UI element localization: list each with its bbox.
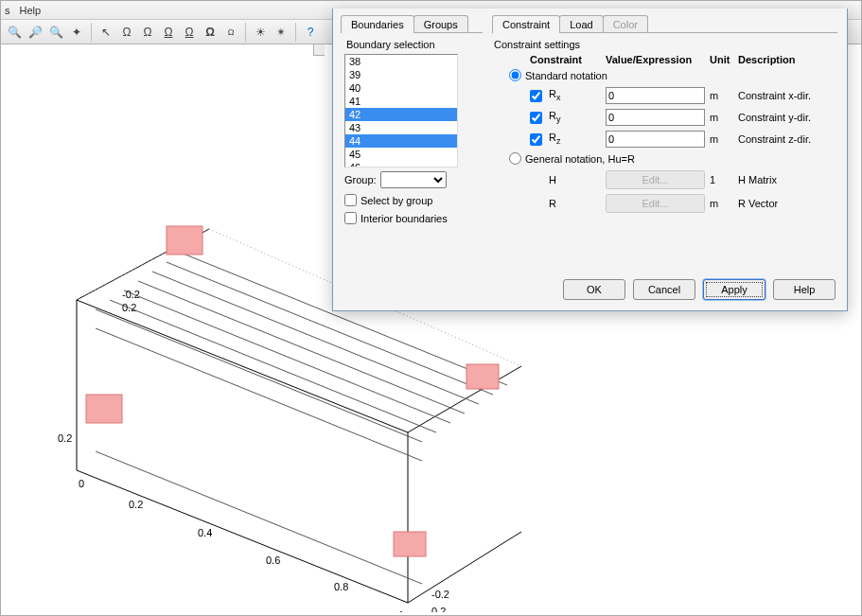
svg-text:0: 0 — [79, 478, 84, 489]
left-tabs: Boundaries Groups — [341, 12, 483, 33]
omega-2-icon[interactable]: Ω — [159, 23, 178, 42]
ry-row: Ry m Constraint y-dir. — [494, 109, 836, 126]
svg-text:0.2: 0.2 — [431, 606, 446, 612]
group-select[interactable] — [380, 171, 447, 188]
toolbar-separator — [245, 23, 246, 42]
h-label: H — [549, 174, 606, 185]
zoom-out-icon[interactable]: 🔎 — [26, 23, 44, 42]
tab-color: Color — [603, 15, 648, 33]
list-item[interactable]: 43 — [345, 121, 457, 134]
svg-text:1: 1 — [398, 609, 404, 612]
list-item[interactable]: 41 — [345, 95, 457, 108]
boundary-listbox[interactable]: 38 39 40 41 42 43 44 45 46 — [344, 54, 458, 167]
svg-text:-0.2: -0.2 — [122, 289, 140, 300]
r-unit: m — [710, 198, 738, 209]
omega-1b-icon[interactable]: Ω — [138, 23, 157, 42]
ry-unit: m — [710, 112, 738, 123]
svg-line-14 — [96, 328, 422, 461]
tab-groups[interactable]: Groups — [413, 15, 468, 33]
zoom-axes-icon[interactable]: ✦ — [67, 23, 86, 42]
svg-text:0.2: 0.2 — [129, 499, 143, 510]
app-window: s Help 🔍 🔎 🔍 ✦ ↖ Ω Ω Ω Ω Ω Ω ☀ ✴ ? — [0, 0, 862, 616]
rx-checkbox[interactable] — [530, 90, 542, 102]
selection-patch — [86, 395, 122, 423]
rx-row: Rx m Constraint x-dir. — [494, 87, 836, 104]
canvas-splitter[interactable] — [313, 44, 325, 56]
svg-text:-0.2: -0.2 — [431, 589, 449, 600]
r-edit-button: Edit... — [606, 194, 705, 213]
svg-text:0.2: 0.2 — [122, 302, 136, 313]
list-item[interactable]: 46 — [345, 161, 457, 167]
select-by-group-checkbox[interactable]: Select by group — [344, 194, 479, 206]
ry-input[interactable] — [606, 109, 705, 126]
ry-label: Ry — [549, 110, 606, 124]
compass-icon[interactable]: ✴ — [272, 23, 290, 42]
h-desc: H Matrix — [738, 174, 836, 185]
ry-desc: Constraint y-dir. — [738, 112, 836, 123]
h-row: H Edit... 1 H Matrix — [494, 170, 836, 189]
rx-input[interactable] — [606, 87, 705, 104]
toolbar-separator — [295, 23, 296, 42]
list-item[interactable]: 38 — [345, 55, 457, 68]
svg-text:0.6: 0.6 — [266, 554, 280, 566]
help-button[interactable]: Help — [773, 279, 836, 300]
rx-label: Rx — [549, 88, 606, 102]
dialog-buttons: OK Cancel Apply Help — [333, 273, 847, 306]
omega-2b-icon[interactable]: Ω — [180, 23, 199, 42]
svg-line-2 — [77, 300, 408, 432]
boundary-settings-dialog: Boundaries Groups Boundary selection 38 … — [332, 9, 848, 311]
svg-line-15 — [96, 451, 422, 584]
rz-desc: Constraint z-dir. — [738, 133, 836, 145]
list-item[interactable]: 42 — [345, 108, 457, 121]
select-icon[interactable]: ↖ — [97, 23, 115, 42]
zoom-in-icon[interactable]: 🔍 — [5, 23, 24, 42]
toolbar-separator — [91, 23, 92, 42]
svg-line-1 — [77, 470, 408, 603]
rz-input[interactable] — [606, 131, 705, 148]
h-edit-button: Edit... — [606, 170, 705, 189]
interior-boundaries-checkbox[interactable]: Interior boundaries — [344, 212, 479, 224]
omega-small-icon[interactable]: Ω — [221, 23, 240, 42]
svg-line-8 — [110, 300, 436, 432]
r-row: R Edit... m R Vector — [494, 194, 836, 213]
apply-button[interactable]: Apply — [703, 279, 765, 300]
list-item[interactable]: 40 — [345, 81, 457, 95]
list-item[interactable]: 39 — [345, 68, 457, 81]
rz-checkbox[interactable] — [530, 133, 542, 146]
selection-patch — [466, 364, 499, 389]
svg-text:0.4: 0.4 — [198, 527, 212, 538]
ok-button[interactable]: OK — [563, 279, 625, 300]
general-notation-radio[interactable]: General notation, Hu=R — [509, 152, 836, 165]
group-label: Group: — [344, 174, 377, 185]
constraint-settings-label: Constraint settings — [494, 39, 836, 50]
rx-desc: Constraint x-dir. — [738, 90, 836, 101]
tab-constraint[interactable]: Constraint — [492, 15, 560, 33]
rz-label: Rz — [549, 132, 606, 146]
svg-line-5 — [408, 366, 521, 432]
svg-text:0.2: 0.2 — [58, 432, 72, 444]
sun-icon[interactable]: ☀ — [251, 23, 270, 42]
rz-unit: m — [710, 133, 738, 145]
list-item[interactable]: 45 — [345, 148, 457, 161]
omega-1-icon[interactable]: Ω — [117, 23, 136, 42]
tab-load[interactable]: Load — [559, 15, 603, 33]
help-icon[interactable]: ? — [301, 23, 320, 42]
right-tabs: Constraint Load Color — [492, 12, 837, 33]
menu-item-s[interactable]: s — [5, 5, 10, 16]
boundary-selection-label: Boundary selection — [346, 39, 479, 50]
tab-boundaries[interactable]: Boundaries — [341, 15, 414, 33]
svg-line-7 — [96, 309, 422, 442]
cancel-button[interactable]: Cancel — [633, 279, 695, 300]
menu-item-help[interactable]: Help — [20, 5, 42, 16]
standard-notation-radio[interactable]: Standard notation — [509, 69, 836, 81]
selection-patch — [394, 532, 426, 556]
omega-big-icon[interactable]: Ω — [201, 23, 220, 42]
rx-unit: m — [710, 90, 738, 101]
list-item[interactable]: 44 — [345, 134, 457, 148]
h-unit: 1 — [710, 174, 738, 185]
r-desc: R Vector — [738, 198, 836, 209]
r-label: R — [549, 198, 606, 209]
svg-text:0.8: 0.8 — [334, 581, 348, 592]
ry-checkbox[interactable] — [530, 112, 542, 124]
zoom-area-icon[interactable]: 🔍 — [46, 23, 65, 42]
